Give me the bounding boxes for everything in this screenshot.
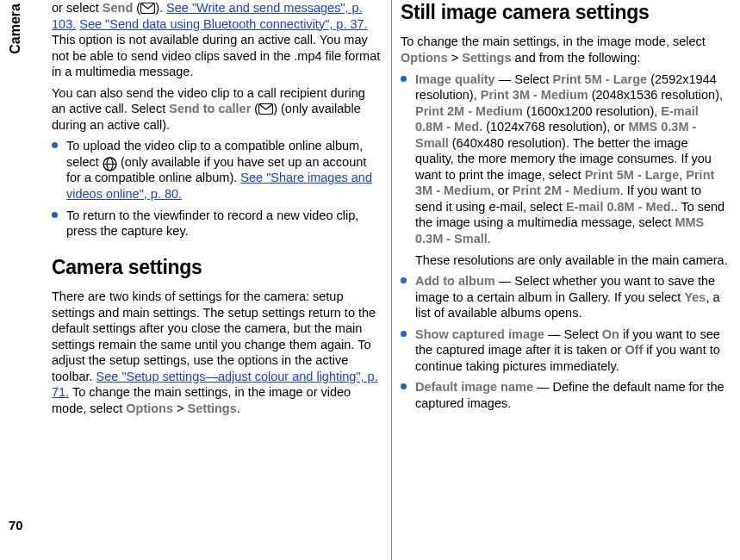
off-label: Off [625, 343, 643, 357]
text: — Select [544, 327, 602, 341]
bullet-icon [401, 383, 407, 389]
text: (2048x1536 resolution), [588, 88, 723, 102]
upload-online-album-bullet: To upload the video clip to a compatible… [52, 138, 381, 202]
send-to-caller-label: Send to caller [169, 102, 251, 115]
image-quality-label: Image quality [415, 72, 495, 86]
add-to-album-bullet: Add to album — Select whether you want t… [401, 273, 730, 321]
show-captured-image-bullet: Show captured image — Select On if you w… [401, 327, 730, 375]
page-number: 70 [9, 517, 23, 533]
text: ( [251, 102, 258, 115]
resolution-note: These resolutions are only available in … [415, 252, 730, 269]
text: . [488, 232, 491, 246]
send-label: Send [103, 1, 133, 15]
still-image-settings-heading: Still image camera settings [401, 0, 730, 25]
bullet-icon [401, 277, 407, 283]
text: and from the following: [512, 51, 641, 65]
text: To return to the viewfinder to record a … [66, 208, 381, 240]
text: . [237, 401, 240, 415]
opt-print2m: Print 2M - Medium [415, 104, 523, 118]
bullet-icon [52, 212, 58, 218]
add-to-album-label: Add to album [415, 274, 495, 288]
opt-print3m: Print 3M - Medium [481, 88, 588, 102]
camera-settings-paragraph: There are two kinds of settings for the … [52, 289, 381, 416]
text: This option is not available during an a… [52, 33, 380, 78]
image-quality-bullet: Image quality — Select Print 5M - Large … [401, 72, 730, 269]
settings-label: Settings [188, 401, 237, 415]
text: — Select [495, 72, 553, 86]
yes-label: Yes [684, 290, 706, 304]
text: , or [491, 184, 513, 197]
message-icon [258, 103, 273, 115]
text: or select [52, 1, 103, 15]
default-image-name-bullet: Default image name — Define the default … [401, 379, 730, 411]
text: (1600x1200 resolution), [523, 104, 661, 118]
bullet-icon [401, 76, 407, 82]
send-to-caller-paragraph: You can also send the video clip to a ca… [52, 85, 381, 134]
bullet-icon [52, 142, 58, 148]
still-image-intro: To change the main settings, in the imag… [401, 34, 730, 65]
opt-print2m: Print 2M - Medium [513, 184, 620, 197]
text: ( [133, 1, 140, 15]
bullet-icon [401, 331, 407, 337]
message-icon [140, 3, 155, 14]
text: To change the main settings, in the imag… [401, 34, 706, 48]
sidebar-tab: Camera [5, 0, 26, 58]
default-image-name-label: Default image name [415, 380, 533, 394]
text: > [448, 51, 463, 65]
settings-label: Settings [462, 51, 511, 65]
text: > [173, 401, 188, 415]
opt-print5m: Print 5M - Large [585, 168, 680, 182]
text: (1024x768 resolution), or [482, 120, 628, 134]
column-divider [391, 0, 392, 560]
return-viewfinder-bullet: To return to the viewfinder to record a … [52, 208, 381, 240]
options-label: Options [126, 401, 173, 415]
bluetooth-connectivity-link[interactable]: See "Send data using Bluetooth connectiv… [79, 17, 367, 31]
camera-settings-heading: Camera settings [52, 255, 381, 280]
on-label: On [602, 327, 619, 341]
show-captured-image-label: Show captured image [415, 327, 544, 341]
globe-icon [103, 157, 117, 168]
opt-email08m: E-mail 0.8M - Med. [566, 200, 675, 214]
opt-print5m: Print 5M - Large [553, 72, 648, 86]
options-label: Options [401, 51, 448, 65]
clip-send-paragraph: or select Send (). See "Write and send m… [52, 0, 381, 80]
text: ). [155, 1, 166, 15]
